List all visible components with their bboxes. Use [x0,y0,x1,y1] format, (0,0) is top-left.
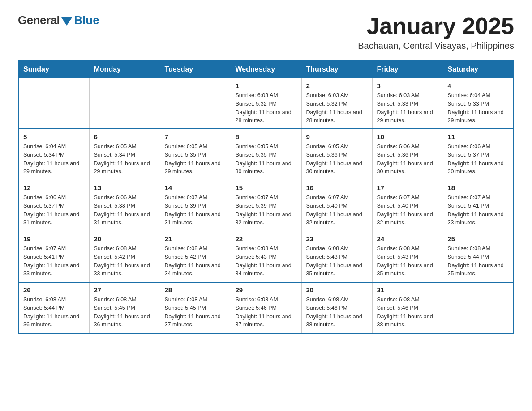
day-info: Sunrise: 6:04 AMSunset: 5:33 PMDaylight:… [448,91,509,125]
day-info: Sunrise: 6:07 AMSunset: 5:40 PMDaylight:… [377,193,438,227]
calendar-cell: 20Sunrise: 6:08 AMSunset: 5:42 PMDayligh… [89,231,160,282]
day-number: 1 [236,82,297,90]
day-info: Sunrise: 6:04 AMSunset: 5:34 PMDaylight:… [23,142,85,176]
weekday-header-friday: Friday [372,60,443,78]
calendar-cell: 26Sunrise: 6:08 AMSunset: 5:44 PMDayligh… [18,282,89,333]
calendar-cell [18,78,89,129]
day-info: Sunrise: 6:08 AMSunset: 5:43 PMDaylight:… [236,244,297,278]
weekday-header-thursday: Thursday [301,60,372,78]
day-info: Sunrise: 6:08 AMSunset: 5:43 PMDaylight:… [306,244,368,278]
day-info: Sunrise: 6:08 AMSunset: 5:44 PMDaylight:… [23,295,85,329]
calendar-cell: 29Sunrise: 6:08 AMSunset: 5:46 PMDayligh… [231,282,301,333]
calendar-cell: 18Sunrise: 6:07 AMSunset: 5:41 PMDayligh… [443,180,514,231]
weekday-header-saturday: Saturday [443,60,514,78]
day-number: 2 [306,82,368,90]
day-number: 23 [306,235,368,243]
calendar-cell [160,78,231,129]
calendar-cell: 4Sunrise: 6:04 AMSunset: 5:33 PMDaylight… [443,78,514,129]
day-number: 14 [165,184,226,192]
page-header: General Blue January 2025 Bachauan, Cent… [18,13,514,51]
logo-blue-text: Blue [74,13,99,27]
calendar-cell: 1Sunrise: 6:03 AMSunset: 5:32 PMDaylight… [231,78,301,129]
calendar-cell: 8Sunrise: 6:05 AMSunset: 5:35 PMDaylight… [231,129,301,180]
calendar-cell: 30Sunrise: 6:08 AMSunset: 5:46 PMDayligh… [301,282,372,333]
title-section: January 2025 Bachauan, Central Visayas, … [358,13,514,51]
calendar-cell: 3Sunrise: 6:03 AMSunset: 5:33 PMDaylight… [372,78,443,129]
day-info: Sunrise: 6:08 AMSunset: 5:46 PMDaylight:… [306,295,368,329]
day-info: Sunrise: 6:07 AMSunset: 5:39 PMDaylight:… [236,193,297,227]
calendar-week-row: 19Sunrise: 6:07 AMSunset: 5:41 PMDayligh… [18,231,514,282]
calendar-cell: 11Sunrise: 6:06 AMSunset: 5:37 PMDayligh… [443,129,514,180]
day-info: Sunrise: 6:06 AMSunset: 5:38 PMDaylight:… [94,193,155,227]
calendar-cell: 7Sunrise: 6:05 AMSunset: 5:35 PMDaylight… [160,129,231,180]
calendar-cell: 23Sunrise: 6:08 AMSunset: 5:43 PMDayligh… [301,231,372,282]
day-info: Sunrise: 6:07 AMSunset: 5:40 PMDaylight:… [306,193,368,227]
day-number: 29 [236,286,297,294]
day-number: 27 [94,286,155,294]
calendar-cell: 27Sunrise: 6:08 AMSunset: 5:45 PMDayligh… [89,282,160,333]
logo-general-text: General [18,13,60,27]
day-info: Sunrise: 6:06 AMSunset: 5:36 PMDaylight:… [377,142,438,176]
day-info: Sunrise: 6:03 AMSunset: 5:33 PMDaylight:… [377,91,438,125]
day-number: 25 [448,235,509,243]
day-info: Sunrise: 6:07 AMSunset: 5:41 PMDaylight:… [23,244,85,278]
calendar-cell: 17Sunrise: 6:07 AMSunset: 5:40 PMDayligh… [372,180,443,231]
calendar-cell: 10Sunrise: 6:06 AMSunset: 5:36 PMDayligh… [372,129,443,180]
day-number: 5 [23,133,85,141]
day-info: Sunrise: 6:08 AMSunset: 5:45 PMDaylight:… [94,295,155,329]
calendar-cell: 28Sunrise: 6:08 AMSunset: 5:45 PMDayligh… [160,282,231,333]
calendar-cell: 6Sunrise: 6:05 AMSunset: 5:34 PMDaylight… [89,129,160,180]
day-number: 9 [306,133,368,141]
day-info: Sunrise: 6:05 AMSunset: 5:35 PMDaylight:… [165,142,226,176]
day-number: 10 [377,133,438,141]
day-info: Sunrise: 6:06 AMSunset: 5:37 PMDaylight:… [448,142,509,176]
day-info: Sunrise: 6:05 AMSunset: 5:35 PMDaylight:… [236,142,297,176]
day-number: 13 [94,184,155,192]
location-text: Bachauan, Central Visayas, Philippines [358,41,514,51]
calendar-cell: 14Sunrise: 6:07 AMSunset: 5:39 PMDayligh… [160,180,231,231]
day-info: Sunrise: 6:08 AMSunset: 5:44 PMDaylight:… [448,244,509,278]
day-info: Sunrise: 6:08 AMSunset: 5:42 PMDaylight:… [165,244,226,278]
day-info: Sunrise: 6:07 AMSunset: 5:39 PMDaylight:… [165,193,226,227]
day-info: Sunrise: 6:08 AMSunset: 5:46 PMDaylight:… [236,295,297,329]
weekday-header-monday: Monday [89,60,160,78]
weekday-header-tuesday: Tuesday [160,60,231,78]
day-number: 21 [165,235,226,243]
calendar-table: SundayMondayTuesdayWednesdayThursdayFrid… [18,60,514,334]
day-number: 6 [94,133,155,141]
day-number: 4 [448,82,509,90]
day-info: Sunrise: 6:03 AMSunset: 5:32 PMDaylight:… [306,91,368,125]
weekday-header-wednesday: Wednesday [231,60,301,78]
day-number: 30 [306,286,368,294]
calendar-cell: 12Sunrise: 6:06 AMSunset: 5:37 PMDayligh… [18,180,89,231]
calendar-cell: 25Sunrise: 6:08 AMSunset: 5:44 PMDayligh… [443,231,514,282]
day-number: 11 [448,133,509,141]
calendar-cell: 31Sunrise: 6:08 AMSunset: 5:46 PMDayligh… [372,282,443,333]
day-number: 31 [377,286,438,294]
calendar-cell: 2Sunrise: 6:03 AMSunset: 5:32 PMDaylight… [301,78,372,129]
day-number: 20 [94,235,155,243]
calendar-cell: 19Sunrise: 6:07 AMSunset: 5:41 PMDayligh… [18,231,89,282]
calendar-cell: 22Sunrise: 6:08 AMSunset: 5:43 PMDayligh… [231,231,301,282]
day-number: 19 [23,235,85,243]
calendar-cell: 15Sunrise: 6:07 AMSunset: 5:39 PMDayligh… [231,180,301,231]
weekday-header-sunday: Sunday [18,60,89,78]
calendar-cell: 21Sunrise: 6:08 AMSunset: 5:42 PMDayligh… [160,231,231,282]
day-info: Sunrise: 6:08 AMSunset: 5:43 PMDaylight:… [377,244,438,278]
calendar-cell [89,78,160,129]
day-number: 17 [377,184,438,192]
day-info: Sunrise: 6:03 AMSunset: 5:32 PMDaylight:… [236,91,297,125]
logo: General Blue [18,13,99,27]
day-info: Sunrise: 6:05 AMSunset: 5:36 PMDaylight:… [306,142,368,176]
calendar-cell: 16Sunrise: 6:07 AMSunset: 5:40 PMDayligh… [301,180,372,231]
day-info: Sunrise: 6:05 AMSunset: 5:34 PMDaylight:… [94,142,155,176]
logo-triangle-icon [61,17,72,26]
calendar-cell [443,282,514,333]
day-number: 15 [236,184,297,192]
calendar-cell: 24Sunrise: 6:08 AMSunset: 5:43 PMDayligh… [372,231,443,282]
calendar-week-row: 1Sunrise: 6:03 AMSunset: 5:32 PMDaylight… [18,78,514,129]
weekday-header-row: SundayMondayTuesdayWednesdayThursdayFrid… [18,60,514,78]
day-number: 12 [23,184,85,192]
day-info: Sunrise: 6:07 AMSunset: 5:41 PMDaylight:… [448,193,509,227]
calendar-cell: 5Sunrise: 6:04 AMSunset: 5:34 PMDaylight… [18,129,89,180]
